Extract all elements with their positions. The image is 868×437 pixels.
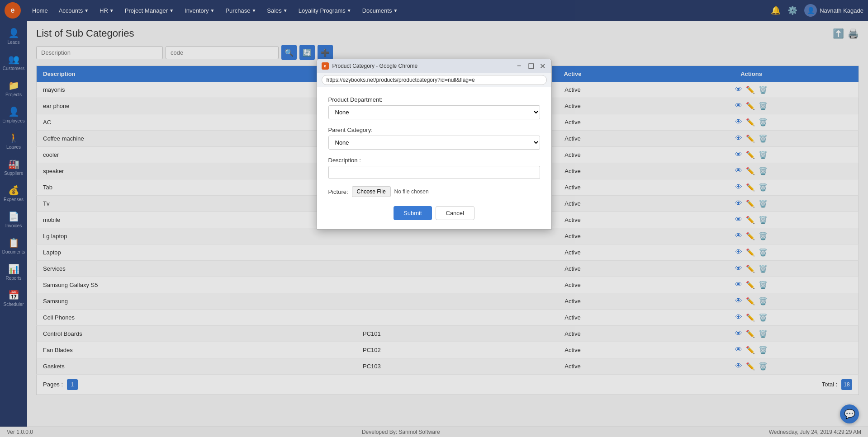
chrome-close[interactable]: ✕ [539, 62, 547, 70]
chrome-tab-title: Product Category - Google Chrome [332, 63, 512, 69]
cancel-button[interactable]: Cancel [436, 206, 474, 220]
desc-group: Description : [328, 157, 540, 179]
chrome-controls: − ☐ ✕ [515, 62, 547, 70]
chrome-titlebar: e Product Category - Google Chrome − ☐ ✕ [317, 59, 551, 73]
dept-group: Product Department: None [328, 96, 540, 119]
choose-file-button[interactable]: Choose File [352, 186, 391, 197]
modal-overlay: e Product Category - Google Chrome − ☐ ✕… [0, 0, 868, 437]
form-actions: Submit Cancel [328, 206, 540, 220]
submit-button[interactable]: Submit [394, 206, 432, 220]
dept-label: Product Department: [328, 96, 540, 103]
chrome-maximize[interactable]: ☐ [527, 62, 535, 70]
chrome-favicon: e [322, 62, 329, 70]
picture-label: Picture: [328, 188, 348, 195]
chrome-addressbar: https://ezybooks.net/products/productcat… [317, 73, 551, 87]
chrome-url[interactable]: https://ezybooks.net/products/productcat… [322, 75, 547, 85]
parent-group: Parent Category: None [328, 127, 540, 150]
chrome-minimize[interactable]: − [515, 62, 523, 70]
chrome-form-body: Product Department: None Parent Category… [317, 87, 551, 229]
desc-input[interactable] [328, 166, 540, 179]
desc-label: Description : [328, 157, 540, 164]
no-file-text: No file chosen [394, 188, 429, 195]
picture-group: Picture: Choose File No file chosen [328, 186, 540, 197]
dept-select[interactable]: None [328, 105, 540, 119]
parent-select[interactable]: None [328, 136, 540, 150]
chrome-window: e Product Category - Google Chrome − ☐ ✕… [317, 59, 552, 230]
parent-label: Parent Category: [328, 127, 540, 133]
